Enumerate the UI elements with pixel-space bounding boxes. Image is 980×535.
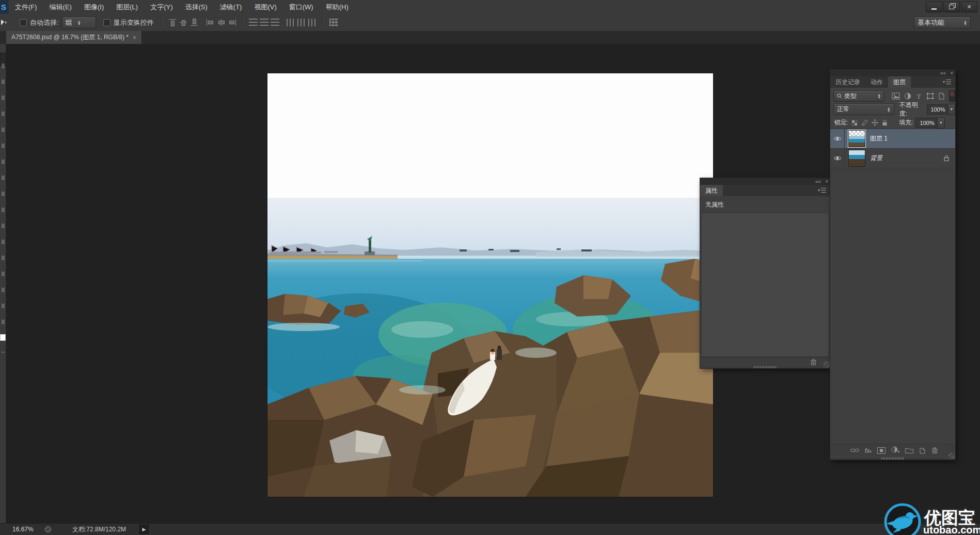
svg-text:T: T <box>917 92 921 100</box>
tab-properties[interactable]: 属性 <box>700 185 723 196</box>
add-layer-mask-icon[interactable] <box>877 447 886 454</box>
photoshop-window: S 文件(F) 编辑(E) 图像(I) 图层(L) 文字(Y) 选择(S) 滤镜… <box>0 0 980 535</box>
document-tab[interactable]: A75T2608.psd @ 16.7% (图层 1, RGB/8) * × <box>6 31 142 44</box>
workspace-switcher-button[interactable]: 基本功能 ▲▼ <box>914 17 971 28</box>
align-left-edges-icon[interactable] <box>206 19 215 26</box>
auto-select-dropdown[interactable]: 组 ▲▼ <box>62 17 96 28</box>
toolbox-clipped[interactable] <box>0 44 6 524</box>
filter-shape-layers-icon[interactable] <box>926 92 934 100</box>
panel-menu-icon[interactable]: ▾ <box>943 78 952 85</box>
distribute-left-edges-icon[interactable] <box>287 19 295 26</box>
align-vertical-centers-icon[interactable] <box>179 19 188 26</box>
opacity-value[interactable]: 100% <box>927 104 947 115</box>
lock-position-icon[interactable] <box>872 119 878 126</box>
filtering-toggle-switch[interactable] <box>949 90 955 102</box>
menu-edit[interactable]: 编辑(E) <box>43 0 78 14</box>
align-horizontal-centers-icon[interactable] <box>217 19 226 26</box>
new-adjustment-layer-icon[interactable]: ▾ <box>891 446 900 455</box>
move-tool-icon: ▾ <box>0 20 12 25</box>
panel-resize-strip[interactable] <box>830 458 955 460</box>
minimize-button[interactable] <box>926 2 942 12</box>
distribute-right-edges-icon[interactable] <box>308 19 317 26</box>
new-group-icon[interactable] <box>905 447 913 453</box>
tool-icons-sliver <box>2 64 5 353</box>
zoom-level-field[interactable]: 16.67% <box>12 526 42 533</box>
tab-layers[interactable]: 图层 <box>888 76 911 88</box>
collapse-panel-icon[interactable]: «« <box>940 70 946 76</box>
menu-layer[interactable]: 图层(L) <box>110 0 144 14</box>
menu-bar: S 文件(F) 编辑(E) 图像(I) 图层(L) 文字(Y) 选择(S) 滤镜… <box>0 0 980 14</box>
fill-slider-arrow[interactable]: ▼ <box>937 117 945 129</box>
auto-align-layers-icon[interactable] <box>329 19 338 26</box>
eye-icon <box>833 136 842 141</box>
distribute-bottom-edges-icon[interactable] <box>271 19 279 26</box>
close-panel-icon[interactable]: × <box>950 70 953 76</box>
properties-titlebar[interactable]: «« × <box>700 178 830 185</box>
panel-resize-strip[interactable] <box>700 366 830 368</box>
menu-type[interactable]: 文字(Y) <box>144 0 179 14</box>
auto-select-label: 自动选择: <box>30 18 59 27</box>
filter-adjustment-layers-icon[interactable] <box>904 92 911 100</box>
menu-help[interactable]: 帮助(H) <box>320 0 355 14</box>
align-top-edges-icon[interactable] <box>168 19 177 26</box>
distribute-vertical-centers-icon[interactable] <box>260 19 268 26</box>
delete-icon[interactable] <box>810 359 817 366</box>
menu-view[interactable]: 视图(V) <box>248 0 282 14</box>
layer-thumbnail[interactable] <box>848 150 865 167</box>
layer-name[interactable]: 图层 1 <box>870 134 888 143</box>
layer-style-icon[interactable]: fx▾ <box>865 446 872 455</box>
filter-pixel-layers-icon[interactable] <box>892 92 900 100</box>
show-transform-checkbox[interactable] <box>103 19 110 26</box>
tab-actions[interactable]: 动作 <box>865 76 888 88</box>
updown-arrows-icon: ▲▼ <box>877 93 881 99</box>
lock-image-pixels-icon[interactable] <box>861 119 868 126</box>
blend-mode-dropdown[interactable]: 正常 ▲▼ <box>833 103 894 115</box>
filter-type-layers-icon[interactable]: T <box>915 92 922 100</box>
lock-transparent-pixels-icon[interactable] <box>851 120 858 126</box>
panel-corner-grip[interactable] <box>949 453 955 459</box>
tool-options-bar: ▾ 自动选择: 组 ▲▼ 显示变换控件 基本功能 ▲▼ <box>0 14 980 32</box>
close-panel-icon[interactable]: × <box>825 178 828 185</box>
layer-filter-dropdown[interactable]: 类型 ▲▼ <box>833 90 884 102</box>
menu-file[interactable]: 文件(F) <box>9 0 43 14</box>
align-bottom-edges-icon[interactable] <box>190 19 199 26</box>
menu-select[interactable]: 选择(S) <box>179 0 213 14</box>
layer-row-background[interactable]: 背景 <box>830 149 955 168</box>
document-tab-bar: A75T2608.psd @ 16.7% (图层 1, RGB/8) * × <box>0 31 980 44</box>
delete-layer-icon[interactable] <box>931 447 938 454</box>
align-right-edges-icon[interactable] <box>228 19 236 26</box>
menu-window[interactable]: 窗口(W) <box>283 0 320 14</box>
auto-select-checkbox[interactable] <box>20 19 27 26</box>
no-properties-label: 无属性 <box>700 196 830 209</box>
layers-controls: 类型 ▲▼ T <box>830 88 955 129</box>
fill-value[interactable]: 100% <box>915 118 937 128</box>
layer-name[interactable]: 背景 <box>870 154 882 163</box>
visibility-toggle[interactable] <box>830 149 845 168</box>
layers-titlebar[interactable]: «« × <box>830 70 955 76</box>
divider <box>162 17 163 29</box>
document-close-icon[interactable]: × <box>133 34 136 41</box>
menu-filter[interactable]: 滤镜(T) <box>214 0 248 14</box>
window-controls: ✕ <box>926 2 977 12</box>
tab-history[interactable]: 历史记录 <box>830 76 865 88</box>
status-options-arrow[interactable]: ▶ <box>139 525 149 534</box>
new-layer-icon[interactable] <box>919 447 926 454</box>
layer-row-layer1[interactable]: 图层 1 <box>830 129 955 149</box>
layer-thumbnail[interactable] <box>848 130 865 147</box>
foreground-color-swatch[interactable] <box>0 334 6 341</box>
link-layers-icon[interactable] <box>850 448 859 453</box>
lock-all-icon[interactable] <box>882 119 888 126</box>
close-button[interactable]: ✕ <box>961 2 977 12</box>
collapse-panel-icon[interactable]: «« <box>815 178 821 185</box>
visibility-toggle[interactable] <box>830 129 845 148</box>
restore-button[interactable] <box>943 2 960 12</box>
distribute-top-edges-icon[interactable] <box>249 19 258 26</box>
panel-corner-grip[interactable] <box>824 361 830 368</box>
filter-smart-objects-icon[interactable] <box>938 92 945 100</box>
panel-menu-icon[interactable]: ▾ <box>818 187 827 194</box>
properties-empty-area <box>701 213 829 357</box>
opacity-slider-arrow[interactable]: ▼ <box>948 104 955 115</box>
menu-image[interactable]: 图像(I) <box>78 0 110 14</box>
distribute-horizontal-centers-icon[interactable] <box>297 19 306 26</box>
document-canvas[interactable] <box>267 73 713 497</box>
